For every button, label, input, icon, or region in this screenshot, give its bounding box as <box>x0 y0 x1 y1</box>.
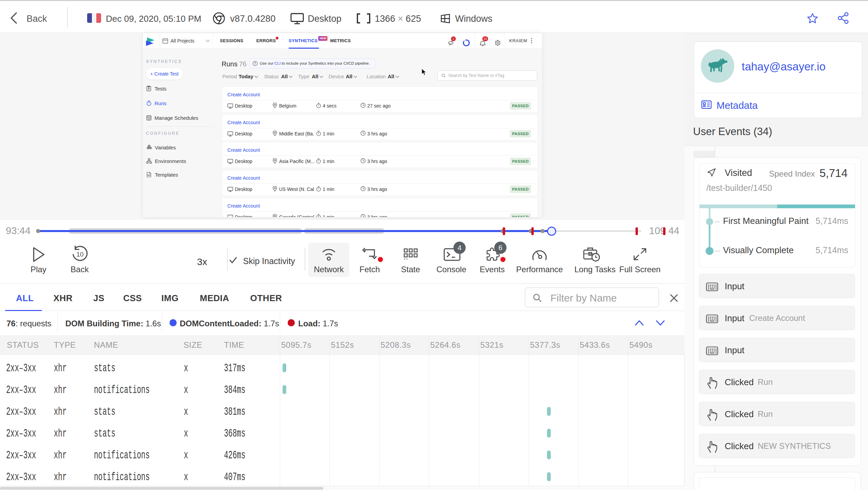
svg-text:10: 10 <box>76 251 83 258</box>
